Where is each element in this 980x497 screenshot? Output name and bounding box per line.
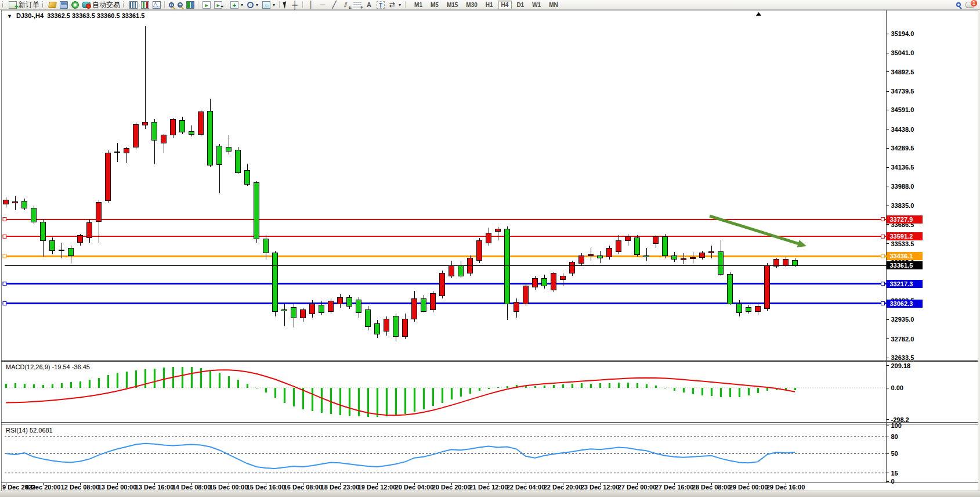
signal-button[interactable] [70,1,81,9]
candle [236,150,241,172]
candle [3,200,9,204]
chart-shift-icon: ▸+ [214,1,222,9]
macd-bar [79,381,81,388]
crosshair-button[interactable]: ┼ [289,1,301,9]
auto-scroll-button[interactable]: ▸ [201,1,212,9]
market-depth-button[interactable] [47,1,58,9]
svg-text:34136.5: 34136.5 [891,164,914,171]
line-chart-button[interactable] [151,1,162,9]
candlestick-icon [141,1,149,9]
candle [301,310,306,318]
candle [319,305,324,312]
toolbar-separator [198,1,199,8]
candle [579,255,584,263]
chart-area[interactable]: 35194.035041.034892.534739.534591.034438… [0,0,980,497]
templates-button[interactable]: ≈▾ [261,1,277,9]
timeframe-m5[interactable]: M5 [427,1,442,9]
chat-icon[interactable]: 1 [965,2,974,8]
svg-text:100: 100 [891,422,902,429]
macd-bar [209,370,211,388]
line-handle[interactable] [881,235,885,238]
tile-windows-button[interactable] [185,1,196,9]
new-order-button[interactable]: 新订单 [7,1,41,9]
candle [328,301,334,311]
line-handle[interactable] [881,302,885,305]
search-icon[interactable] [956,2,961,7]
timeframe-d1[interactable]: D1 [513,1,527,9]
channel-button[interactable]: ⫽E [340,1,352,9]
line-handle[interactable] [881,254,885,258]
candle [551,273,556,290]
svg-text:27 Dec 16:00: 27 Dec 16:00 [655,484,694,491]
fibonacci-button[interactable]: F [352,1,363,9]
line-handle[interactable] [881,282,885,286]
macd-bar [637,383,638,388]
tile-windows-icon [186,1,194,9]
timeframe-m30[interactable]: M30 [462,1,480,9]
bar-chart-button[interactable] [128,1,139,9]
trendline-button[interactable]: ╱ [328,1,340,9]
timeframe-m1[interactable]: M1 [411,1,426,9]
line-handle[interactable] [3,218,6,221]
bar-chart-icon [129,1,138,9]
text-label-button[interactable]: T [375,1,386,9]
toolbar-separator [279,1,280,8]
chart-shift-button[interactable]: ▸+ [212,1,224,9]
svg-text:35194.0: 35194.0 [891,30,914,37]
timeframe-h1[interactable]: H1 [482,1,497,9]
new-order-label: 新订单 [19,0,39,10]
line-handle[interactable] [3,282,6,286]
terminal-button[interactable] [58,1,70,9]
chevron-down-icon: ▾ [273,2,275,8]
chart-canvas[interactable]: 35194.035041.034892.534739.534591.034438… [0,0,980,497]
candle [635,238,640,254]
horizontal-line-button[interactable]: ─ [317,1,328,9]
candle [663,236,668,255]
line-handle[interactable] [3,302,6,305]
candlestick-button[interactable] [139,1,151,9]
periods-button[interactable]: ▾ [245,1,261,9]
line-handle[interactable] [881,218,885,221]
candle [477,240,482,261]
zoom-in-button[interactable]: + [167,1,176,9]
candle [254,183,259,239]
line-handle[interactable] [3,235,6,238]
svg-text:33533.5: 33533.5 [891,240,914,247]
timeframe-h4[interactable]: H4 [498,1,512,9]
zoom-out-button[interactable]: − [176,1,185,9]
macd-bar [256,388,258,388]
candle [245,170,250,184]
cursor-button[interactable] [282,1,289,9]
indicators-button[interactable]: +▾ [229,1,245,9]
vertical-line-button[interactable]: │ [305,1,317,9]
autotrade-button[interactable]: 自动交易 [81,1,122,9]
arrows-button[interactable]: ⇄▾ [386,1,403,9]
timeframe-mn[interactable]: MN [545,1,562,9]
arrows-icon: ⇄ [388,1,396,9]
timeframe-m15[interactable]: M15 [443,1,461,9]
candle [690,258,696,259]
rsi-value: 52.0681 [30,427,53,434]
svg-text:33361.5: 33361.5 [890,262,913,269]
zoom-in-icon: + [169,2,174,8]
text-button[interactable]: A [363,1,375,9]
candle [570,262,575,273]
candle [607,248,612,257]
macd-bar [200,368,202,388]
macd-bar [191,367,193,388]
candle [189,131,194,135]
svg-text:16 Dec 08:00: 16 Dec 08:00 [284,484,323,491]
horizontal-line-icon: ─ [319,1,327,9]
svg-text:33591.2: 33591.2 [890,233,913,240]
chart-title[interactable]: ▼ DJ30-,H4 33362.5 33363.5 33360.5 33361… [7,12,144,19]
macd-indicator-label: MACD(12,26,9) -19.54 -36.45 [6,363,90,370]
timeframe-w1[interactable]: W1 [529,1,544,9]
candle [403,319,408,337]
candle [106,153,111,200]
candle [263,239,269,253]
svg-text:50: 50 [891,450,898,457]
line-handle[interactable] [3,254,6,258]
macd-bar [126,372,128,388]
macd-bar [321,388,323,413]
macd-bar [590,384,592,388]
